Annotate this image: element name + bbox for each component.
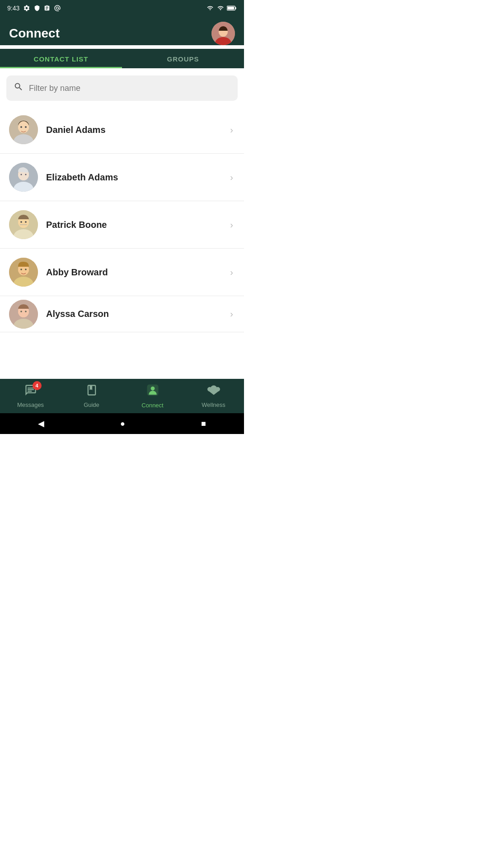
chevron-right-icon: ›: [230, 309, 233, 319]
guide-icon: [85, 384, 98, 400]
search-icon: [14, 82, 23, 94]
search-box[interactable]: [6, 75, 238, 101]
avatar: [9, 115, 38, 144]
app-title: Connect: [9, 26, 60, 41]
contact-list: Daniel Adams › Elizabeth Adams ›: [0, 106, 244, 332]
svg-point-17: [21, 174, 22, 175]
svg-point-31: [25, 269, 27, 270]
svg-rect-1: [227, 7, 234, 9]
nav-messages[interactable]: 4 Messages: [15, 384, 47, 408]
contact-name: Elizabeth Adams: [46, 172, 230, 183]
nav-connect[interactable]: Connect: [137, 383, 169, 409]
svg-point-24: [25, 221, 27, 223]
svg-point-10: [18, 121, 29, 133]
svg-point-30: [20, 269, 22, 270]
nav-connect-label: Connect: [141, 402, 163, 409]
avatar: [9, 300, 38, 329]
avatar: [9, 258, 38, 287]
wifi-icon: [206, 5, 214, 11]
clipboard-icon: [44, 5, 50, 12]
wellness-icon: [207, 384, 220, 400]
battery-icon: [227, 5, 237, 11]
contact-item[interactable]: Elizabeth Adams ›: [0, 154, 244, 201]
svg-point-39: [150, 387, 155, 391]
home-button[interactable]: ●: [120, 419, 125, 429]
status-icons: [206, 5, 237, 11]
user-avatar[interactable]: [211, 22, 235, 45]
chevron-right-icon: ›: [230, 267, 233, 278]
message-icon: 4: [24, 384, 37, 400]
status-time: 9:43: [7, 5, 19, 12]
messages-badge: 4: [33, 381, 42, 390]
nav-wellness-label: Wellness: [202, 401, 225, 408]
bottom-nav: 4 Messages Guide Connect Wellness: [0, 379, 244, 413]
status-bar: 9:43: [0, 0, 244, 16]
avatar: [9, 210, 38, 239]
tabs: CONTACT LIST GROUPS: [0, 49, 244, 68]
svg-point-11: [20, 126, 22, 128]
svg-rect-2: [235, 7, 236, 9]
svg-rect-25: [20, 224, 27, 225]
svg-point-23: [20, 221, 22, 223]
shield-icon: [34, 5, 40, 12]
nav-messages-label: Messages: [17, 401, 44, 408]
chevron-right-icon: ›: [230, 220, 233, 230]
at-icon: [54, 5, 61, 12]
contact-name: Abby Broward: [46, 267, 230, 278]
contact-item[interactable]: Alyssa Carson ›: [0, 296, 244, 332]
svg-point-37: [25, 311, 27, 312]
contact-item[interactable]: Patrick Boone ›: [0, 201, 244, 249]
system-nav: ◀ ● ■: [0, 413, 244, 434]
nav-wellness[interactable]: Wellness: [198, 384, 230, 408]
tab-contact-list[interactable]: CONTACT LIST: [0, 49, 122, 68]
chevron-right-icon: ›: [230, 172, 233, 183]
contact-item[interactable]: Daniel Adams ›: [0, 106, 244, 154]
svg-point-12: [25, 126, 27, 128]
back-button[interactable]: ◀: [38, 419, 44, 429]
tab-groups[interactable]: GROUPS: [122, 49, 244, 68]
search-section: [0, 68, 244, 106]
svg-point-36: [20, 311, 22, 312]
connect-icon: [146, 383, 160, 400]
signal-icon: [217, 5, 224, 11]
chevron-right-icon: ›: [230, 125, 233, 135]
contact-name: Patrick Boone: [46, 220, 230, 230]
avatar: [9, 163, 38, 192]
svg-point-18: [25, 174, 27, 175]
contact-name: Alyssa Carson: [46, 309, 230, 319]
settings-icon: [23, 5, 30, 12]
nav-guide-label: Guide: [84, 401, 99, 408]
recent-button[interactable]: ■: [201, 419, 206, 429]
search-input[interactable]: [29, 84, 230, 93]
contact-name: Daniel Adams: [46, 125, 230, 135]
app-header: Connect: [0, 16, 244, 45]
nav-guide[interactable]: Guide: [76, 384, 108, 408]
contact-item[interactable]: Abby Broward ›: [0, 249, 244, 296]
